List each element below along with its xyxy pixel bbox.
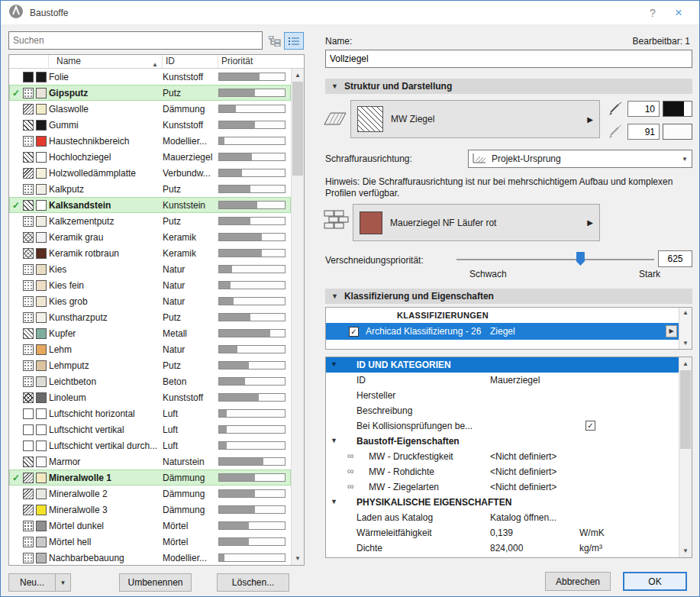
property-row[interactable]: Wärmeleitfähigkeit0,139W/mK [326, 525, 679, 541]
priority-slider-thumb[interactable] [576, 252, 585, 266]
background-pen-input[interactable] [627, 124, 660, 140]
material-row[interactable]: Kies feinNatur [9, 277, 291, 293]
new-dropdown-button[interactable]: ▼ [55, 573, 71, 592]
classification-picker-button[interactable]: ▶ [666, 325, 677, 337]
slider-track[interactable] [456, 259, 654, 260]
scroll-down-icon[interactable]: ▼ [679, 544, 692, 557]
material-row[interactable]: Mineralwolle 3Dämmung [9, 502, 291, 518]
scroll-up-icon[interactable]: ▲ [292, 69, 304, 82]
material-row[interactable]: Keramik rotbraunKeramik [9, 245, 291, 261]
property-row[interactable]: ▼ID UND KATEGORIEN [326, 357, 679, 373]
scrollbar-track[interactable] [292, 82, 304, 552]
property-row[interactable]: ▼Baustoff-Eigenschaften [326, 434, 679, 449]
property-row[interactable]: Bei Kollisionsprüfungen be...✓ [326, 418, 679, 434]
background-pen-color-swatch[interactable] [663, 124, 692, 140]
ok-button[interactable]: OK [623, 572, 687, 591]
material-row[interactable]: LinoleumKunststoff [9, 389, 291, 405]
section-classification-label: Klassifizierung und Eigenschaften [344, 291, 494, 302]
scroll-down-icon[interactable]: ▼ [679, 338, 692, 349]
material-row[interactable]: Mörtel dunkelMörtel [9, 518, 291, 534]
cut-pen-input[interactable] [627, 101, 660, 117]
property-row[interactable]: ▼PHYSIKALISCHE EIGENSCHAFTEN [326, 495, 679, 510]
material-row[interactable]: Kies grobNatur [9, 293, 291, 309]
material-row[interactable]: Luftschicht vertikal durch...Luft [9, 437, 291, 453]
material-row[interactable]: KalkputzPutz [9, 181, 291, 197]
material-row[interactable]: LehmNatur [9, 341, 291, 357]
property-row[interactable]: ∞MW - Druckfestigkeit<Nicht definiert> [326, 449, 679, 464]
collapse-icon[interactable]: ▼ [331, 82, 338, 90]
new-button[interactable]: Neu... [8, 573, 56, 592]
priority-value-input[interactable] [658, 250, 692, 267]
material-row[interactable]: LeichtbetonBeton [9, 373, 291, 389]
material-row[interactable]: LehmputzPutz [9, 357, 291, 373]
cut-pen-color-swatch[interactable] [663, 101, 692, 117]
search-input[interactable] [8, 31, 263, 50]
column-header-priority[interactable]: Priorität [218, 55, 304, 68]
column-header-id[interactable]: ID [163, 55, 218, 68]
collapse-icon[interactable]: ▼ [331, 292, 338, 300]
tree-view-button[interactable] [266, 33, 283, 49]
priority-slider[interactable] [456, 251, 654, 266]
materials-scrollbar[interactable]: ▲ ▼ [291, 69, 304, 565]
material-row[interactable]: GlaswolleDämmung [9, 101, 291, 117]
material-row[interactable]: KunstharzputzPutz [9, 309, 291, 325]
material-row[interactable]: Luftschicht vertikalLuft [9, 421, 291, 437]
titlebar[interactable]: Baustoffe ? × [1, 1, 699, 25]
property-checkbox[interactable]: ✓ [585, 421, 595, 431]
material-row[interactable]: Luftschicht horizontalLuft [9, 405, 291, 421]
material-row[interactable]: HaustechnikbereichModellier... [9, 133, 291, 149]
material-row[interactable]: HochlochziegelMauerziegel [9, 149, 291, 165]
collapse-icon[interactable]: ▼ [331, 437, 337, 444]
scrollbar-thumb[interactable] [292, 82, 303, 176]
priority-max-label: Stark [639, 269, 660, 279]
material-row[interactable]: ✓KalksandsteinKunststein [9, 197, 291, 213]
material-row[interactable]: Keramik grauKeramik [9, 229, 291, 245]
collapse-icon[interactable]: ▼ [331, 498, 337, 505]
delete-button[interactable]: Löschen... [217, 573, 289, 592]
classification-checkbox[interactable]: ✓ [349, 327, 359, 337]
scroll-up-icon[interactable]: ▲ [679, 357, 692, 370]
material-row[interactable]: GummiKunststoff [9, 117, 291, 133]
material-row[interactable]: Mörtel hellMörtel [9, 534, 291, 550]
cut-fill-button[interactable]: MW Ziegel ▶ [350, 100, 600, 138]
material-row[interactable]: ✓Mineralwolle 1Dämmung [9, 470, 291, 486]
fill-orientation-dropdown[interactable]: Projekt-Ursprung ▼ [468, 150, 692, 168]
property-row[interactable]: Laden aus KatalogKatalog öffnen... [326, 510, 679, 525]
classifications-scrollbar[interactable]: ▲ ▼ [679, 308, 692, 349]
material-priority [218, 473, 291, 482]
material-row[interactable]: HolzwolledämmplatteVerbundw... [9, 165, 291, 181]
surface-button[interactable]: Mauerziegel NF Läufer rot ▶ [353, 204, 600, 241]
material-row[interactable]: FolieKunststoff [9, 69, 291, 85]
help-button[interactable]: ? [640, 7, 666, 19]
material-row[interactable]: Mineralwolle 2Dämmung [9, 486, 291, 502]
material-priority [218, 169, 291, 177]
classification-row[interactable]: ✓ Archicad Klassifizierung - 26 Ziegel ▶ [326, 323, 679, 340]
property-row[interactable]: Beschreibung [326, 403, 679, 418]
collapse-icon[interactable]: ▼ [331, 360, 337, 368]
material-row[interactable]: ✓GipsputzPutz [9, 85, 291, 101]
material-row[interactable]: MarmorNaturstein [9, 453, 291, 470]
material-row[interactable]: KalkzementputzPutz [9, 213, 291, 229]
scroll-down-icon[interactable]: ▼ [292, 552, 304, 565]
cancel-button[interactable]: Abbrechen [545, 572, 611, 591]
material-row[interactable]: KupferMetall [9, 325, 291, 341]
material-name-input[interactable] [325, 50, 692, 68]
scrollbar-track[interactable] [679, 370, 692, 544]
close-button[interactable]: × [666, 5, 692, 21]
priority-bar-fill [219, 330, 270, 337]
property-row[interactable]: Dichte824,000kg/m³ [326, 541, 679, 556]
properties-scrollbar[interactable]: ▲ ▼ [679, 357, 692, 557]
section-classification[interactable]: ▼ Klassifizierung und Eigenschaften [325, 289, 692, 304]
scrollbar-thumb[interactable] [680, 370, 691, 449]
scroll-up-icon[interactable]: ▲ [679, 308, 692, 318]
property-row[interactable]: IDMauerziegel [326, 373, 679, 388]
material-row[interactable]: KiesNatur [9, 261, 291, 277]
property-row[interactable]: ∞MW - Ziegelarten<Nicht definiert> [326, 479, 679, 495]
list-view-button[interactable] [284, 32, 304, 50]
column-header-name[interactable]: Name▲ [49, 55, 163, 68]
property-row[interactable]: Hersteller [326, 388, 679, 403]
property-row[interactable]: ∞MW - Rohdichte<Nicht definiert> [326, 464, 679, 479]
rename-button[interactable]: Umbenennen [119, 573, 192, 592]
section-structure[interactable]: ▼ Struktur und Darstellung [325, 79, 692, 94]
material-row[interactable]: NachbarbebauungModellier... [9, 550, 291, 565]
